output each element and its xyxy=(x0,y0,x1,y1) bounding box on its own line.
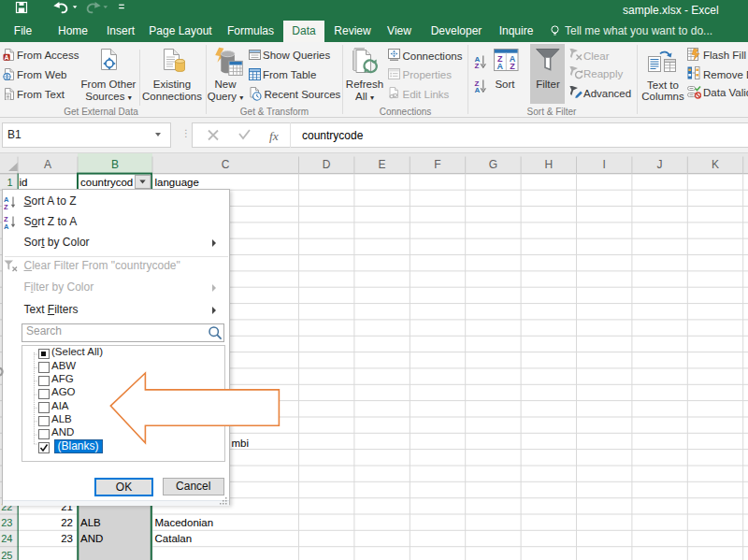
svg-text:AND: AND xyxy=(80,533,103,544)
svg-text:23: 23 xyxy=(1,517,12,528)
svg-text:language: language xyxy=(155,177,199,188)
svg-text:countrycod: countrycod xyxy=(80,177,133,188)
svg-text:A: A xyxy=(5,54,9,61)
svg-text:A: A xyxy=(496,62,503,71)
svg-text:24: 24 xyxy=(1,533,12,544)
svg-text:fx: fx xyxy=(269,129,279,143)
svg-text:A: A xyxy=(44,158,51,171)
svg-text:23: 23 xyxy=(61,533,73,544)
svg-text:H: H xyxy=(544,158,553,171)
svg-text:Catalan: Catalan xyxy=(155,533,193,544)
svg-text:G: G xyxy=(489,158,497,171)
svg-text:Z: Z xyxy=(475,61,480,68)
svg-text:1: 1 xyxy=(7,177,12,188)
svg-text:I: I xyxy=(603,158,606,171)
svg-text:J: J xyxy=(657,158,663,171)
svg-text:B: B xyxy=(111,158,119,171)
svg-text:Z: Z xyxy=(510,62,515,71)
svg-text:22: 22 xyxy=(61,517,73,528)
svg-text:id: id xyxy=(20,177,28,188)
svg-text:F: F xyxy=(434,158,440,171)
svg-text:C: C xyxy=(222,158,230,171)
svg-text:D: D xyxy=(323,158,331,171)
svg-text:Z: Z xyxy=(4,203,8,210)
svg-text:mbi: mbi xyxy=(232,438,250,449)
svg-text:E: E xyxy=(379,158,386,171)
svg-text:A: A xyxy=(4,223,9,230)
svg-text:Macedonian: Macedonian xyxy=(155,517,214,528)
svg-text:A: A xyxy=(475,86,481,93)
svg-text:K: K xyxy=(712,158,719,171)
svg-text:ALB: ALB xyxy=(80,517,101,528)
svg-text:25: 25 xyxy=(1,550,12,560)
